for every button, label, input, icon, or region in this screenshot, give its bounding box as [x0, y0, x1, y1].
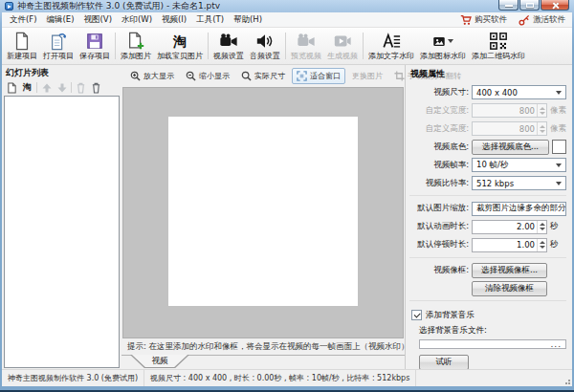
video-settings-button[interactable]: 视频设置 — [210, 29, 247, 63]
save-project-button[interactable]: 保存项目 — [77, 29, 113, 63]
chevron-down-icon — [556, 163, 562, 167]
browse-music-button[interactable]: ... — [550, 340, 562, 348]
preview-canvas[interactable] — [122, 87, 404, 338]
add-slide-button[interactable] — [6, 81, 18, 94]
zoom-out-button[interactable]: 缩小显示 — [181, 68, 234, 84]
step-down-icon — [540, 130, 545, 133]
select-background-color-button[interactable]: 选择视频底色... — [472, 140, 549, 155]
slide-list[interactable] — [4, 96, 120, 368]
bitrate-row: 视频比特率: 512 kbps — [409, 176, 566, 190]
fit-window-button[interactable]: 适合窗口 — [292, 68, 345, 84]
activate-software-link[interactable]: 激活软件 — [519, 14, 565, 26]
menu-view[interactable]: 视图(V) — [79, 13, 117, 27]
custom-width-value: 800 — [476, 106, 537, 116]
custom-height-row: 自定义高度: 800 像素 — [409, 121, 566, 136]
select-video-frame-button[interactable]: 选择视频像框... — [472, 263, 547, 278]
image-watermark-icon — [432, 32, 453, 51]
tab-video[interactable]: 视频 — [130, 355, 189, 368]
add-image-watermark-button[interactable]: 添加图标水印 — [417, 29, 469, 63]
minimize-button[interactable] — [498, 0, 519, 11]
step-down-icon — [540, 112, 545, 115]
add-text-watermark-button[interactable]: 添加文字水印 — [365, 29, 417, 63]
step-down-icon — [540, 246, 545, 249]
actual-size-button[interactable]: 实际尺寸 — [236, 68, 290, 84]
menu-edit[interactable]: 编辑(E) — [42, 13, 79, 27]
delete-all-slides-button[interactable] — [90, 81, 102, 94]
statusbar: 神奇主图视频制作软件 3.0 (免费试用) 视频尺寸 : 400 x 400 ,… — [2, 369, 572, 386]
toolbar-separator — [115, 33, 116, 59]
animation-duration-stepper[interactable]: 2.00 — [472, 220, 547, 234]
menu-tools[interactable]: 工具(T) — [191, 13, 229, 27]
crop-icon — [394, 71, 405, 81]
video-properties-panel: 视频属性 视频尺寸: 400 x 400 自定义宽度: 800 像素 — [405, 65, 572, 369]
image-scale-select[interactable]: 裁剪图片边缘多余的部分 — [472, 202, 566, 216]
clear-video-frame-button[interactable]: 清除视频像框 — [472, 281, 547, 296]
add-qrcode-watermark-button[interactable]: 添加二维码水印 — [469, 29, 528, 63]
new-project-label: 新建项目 — [7, 52, 37, 60]
canvas-tabbar: 视频 — [121, 355, 405, 369]
video-frame-row: 视频像框: 选择视频像框... — [409, 263, 566, 277]
minimize-icon — [505, 5, 513, 7]
buy-software-link[interactable]: 购买软件 — [460, 14, 507, 26]
step-up-icon — [540, 241, 545, 244]
toolbar-separator — [36, 82, 37, 93]
zoom-in-button[interactable]: 放大显示 — [125, 68, 179, 84]
background-music-checkbox[interactable] — [411, 310, 422, 320]
tab-video-label: 视频 — [130, 355, 189, 368]
resize-grip-icon[interactable] — [568, 382, 570, 384]
main-toolbar: 新建项目 打开项目 保存项目 添加图片 淘 加载宝贝图片 视频设 — [2, 28, 572, 65]
add-text-watermark-label: 添加文字水印 — [368, 52, 414, 60]
slide-list-title: 幻灯片列表 — [4, 65, 120, 80]
video-size-select[interactable]: 400 x 400 — [472, 85, 566, 99]
client-area: 文件(F) 编辑(E) 视图(V) 水印(W) 视频(I) 工具(T) 帮助(H… — [2, 12, 572, 386]
bitrate-select[interactable]: 512 kbps — [472, 176, 566, 190]
custom-height-label: 自定义高度: — [409, 123, 469, 135]
generate-video-label: 生成视频 — [327, 52, 358, 60]
actual-size-label: 实际尺寸 — [254, 71, 285, 81]
music-file-label: 选择背景音乐文件: — [419, 325, 566, 337]
listen-row: 试听 — [419, 355, 566, 369]
add-image-watermark-label: 添加图标水印 — [420, 52, 466, 60]
video-size-row: 视频尺寸: 400 x 400 — [409, 85, 566, 99]
menu-help[interactable]: 帮助(H) — [229, 13, 267, 27]
zoom-in-label: 放大显示 — [144, 71, 174, 81]
audio-settings-label: 音频设置 — [250, 52, 280, 60]
speaker-icon — [254, 32, 276, 51]
video-properties-title: 视频属性 — [409, 65, 566, 85]
video-frame[interactable] — [168, 117, 358, 306]
step-up-icon — [540, 125, 545, 128]
menu-watermark[interactable]: 水印(W) — [117, 13, 157, 27]
stepper-arrows[interactable] — [537, 239, 546, 251]
canvas-panel: 放大显示 缩小显示 实际尺寸 适合窗口 更换图片 — [121, 65, 405, 369]
seconds-unit-label: 秒 — [550, 239, 566, 250]
pause-duration-stepper[interactable]: 1.00 — [472, 238, 547, 252]
listen-button[interactable]: 试听 — [419, 355, 469, 370]
animation-duration-row: 默认动画时长: 2.00 秒 — [409, 220, 566, 234]
add-taobao-slide-button[interactable]: 淘 — [21, 81, 33, 94]
frame-rate-label: 视频帧率: — [409, 160, 469, 171]
add-image-button[interactable]: 添加图片 — [118, 29, 154, 63]
menubar-links: 购买软件 激活软件 — [460, 14, 569, 26]
image-scale-label: 默认图片缩放: — [409, 203, 469, 214]
load-taobao-image-button[interactable]: 淘 加载宝贝图片 — [154, 29, 206, 63]
menu-video[interactable]: 视频(I) — [157, 13, 191, 27]
new-project-button[interactable]: 新建项目 — [4, 29, 40, 63]
frame-rate-select[interactable]: 10 帧/秒 — [472, 158, 566, 172]
music-file-input[interactable]: ... — [419, 339, 566, 349]
replace-image-button: 更换图片 — [347, 68, 387, 84]
open-project-button[interactable]: 打开项目 — [40, 29, 77, 63]
image-scale-row: 默认图片缩放: 裁剪图片边缘多余的部分 — [409, 202, 566, 216]
step-up-icon — [540, 107, 545, 110]
background-color-swatch[interactable] — [552, 140, 566, 154]
section-divider — [409, 257, 566, 258]
save-project-label: 保存项目 — [79, 52, 110, 60]
stepper-arrows[interactable] — [537, 221, 546, 233]
menu-file[interactable]: 文件(F) — [5, 13, 42, 27]
audio-settings-button[interactable]: 音频设置 — [247, 29, 283, 63]
preview-video-button: 预览视频 — [288, 29, 324, 63]
statusbar-app-name: 神奇主图视频制作软件 3.0 (免费试用) — [2, 370, 144, 386]
close-icon — [552, 2, 559, 9]
maximize-button[interactable] — [519, 0, 540, 11]
close-button[interactable] — [541, 0, 569, 11]
titlebar: 神奇主图视频制作软件 3.0 (免费试用) - 未命名1.ptv — [0, 0, 574, 12]
